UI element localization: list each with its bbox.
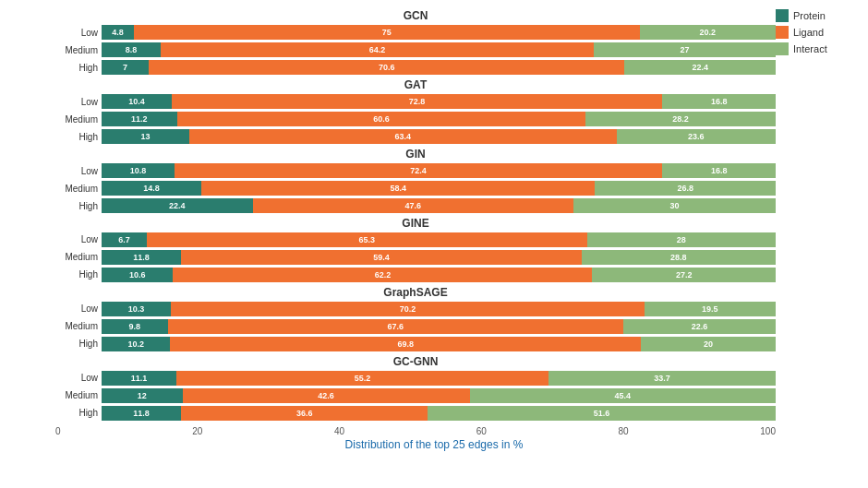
- legend-ligand: Ligand: [776, 26, 859, 39]
- interact-segment: 28.8: [582, 250, 776, 265]
- interact-segment: 22.4: [624, 60, 776, 75]
- row-label: Medium: [55, 45, 102, 55]
- group-title: GINE: [55, 217, 776, 230]
- bar-track: 10.662.227.2: [102, 268, 776, 282]
- group-title: GAT: [55, 78, 776, 91]
- ligand-segment: 55.2: [176, 371, 549, 386]
- interact-segment: 51.6: [428, 406, 776, 421]
- group-gc-gnn: GC-GNNLow11.155.233.7Medium1242.645.4Hig…: [55, 355, 776, 422]
- ligand-segment: 65.3: [147, 232, 587, 247]
- row-label: Low: [55, 373, 102, 383]
- row-label: Medium: [55, 114, 102, 125]
- ligand-segment: 72.8: [172, 94, 662, 109]
- protein-segment: 10.2: [102, 337, 170, 351]
- interact-segment: 16.8: [662, 94, 776, 109]
- groups-wrapper: GCNLow4.87520.2Medium8.864.227High770.62…: [55, 9, 776, 423]
- bar-row: High10.662.227.2: [55, 267, 776, 283]
- bar-row: Medium11.260.628.2: [55, 111, 776, 127]
- ligand-segment: 70.6: [149, 60, 624, 75]
- protein-segment: 10.4: [102, 94, 172, 109]
- interact-segment: 45.4: [470, 388, 776, 403]
- bar-track: 4.87520.2: [102, 25, 776, 40]
- legend-protein: Protein: [776, 9, 859, 22]
- group-title: GraphSAGE: [55, 286, 776, 299]
- ligand-segment: 70.2: [171, 302, 644, 316]
- protein-segment: 10.3: [102, 302, 171, 316]
- group-title: GCN: [55, 9, 776, 22]
- protein-segment: 4.8: [102, 25, 134, 40]
- bar-row: Low6.765.328: [55, 232, 776, 248]
- bar-row: High770.622.4: [55, 59, 776, 76]
- chart-container: Protein Ligand Interact GCNLow4.87520.2M…: [0, 0, 868, 488]
- bar-row: Medium14.858.426.8: [55, 180, 776, 196]
- legend-interact-label: Interact: [793, 43, 827, 54]
- x-axis: 0 20 40 60 80 100: [55, 426, 776, 436]
- protein-segment: 11.8: [102, 406, 181, 421]
- row-label: High: [55, 63, 102, 73]
- ligand-segment: 47.6: [253, 198, 573, 213]
- row-label: Medium: [55, 184, 102, 194]
- bar-row: High22.447.630: [55, 197, 776, 214]
- bar-row: High11.836.651.6: [55, 405, 776, 422]
- interact-segment: 28: [587, 232, 776, 247]
- interact-swatch: [776, 42, 789, 55]
- bar-row: Medium9.867.622.6: [55, 318, 776, 335]
- protein-segment: 10.8: [102, 163, 175, 178]
- interact-segment: 30: [573, 198, 776, 213]
- bar-track: 14.858.426.8: [102, 181, 776, 196]
- bar-row: Low10.370.219.5: [55, 301, 776, 317]
- bar-track: 10.472.816.8: [102, 94, 776, 109]
- group-gcn: GCNLow4.87520.2Medium8.864.227High770.62…: [55, 9, 776, 76]
- legend: Protein Ligand Interact: [776, 9, 859, 55]
- interact-segment: 27: [594, 42, 776, 57]
- ligand-segment: 67.6: [168, 319, 623, 334]
- bar-track: 10.872.416.8: [102, 163, 776, 178]
- protein-segment: 8.8: [102, 42, 161, 57]
- bar-row: Low4.87520.2: [55, 24, 776, 41]
- row-label: High: [55, 201, 102, 211]
- row-label: High: [55, 269, 102, 280]
- bar-row: Medium8.864.227: [55, 42, 776, 58]
- legend-protein-label: Protein: [793, 10, 826, 21]
- group-graphsage: GraphSAGELow10.370.219.5Medium9.867.622.…: [55, 286, 776, 352]
- bar-row: High10.269.820: [55, 336, 776, 352]
- ligand-segment: 64.2: [161, 42, 594, 57]
- ligand-segment: 59.4: [181, 250, 582, 265]
- x-axis-title: Distribution of the top 25 edges in %: [0, 438, 868, 451]
- bar-track: 6.765.328: [102, 232, 776, 247]
- bar-track: 10.370.219.5: [102, 302, 776, 316]
- interact-segment: 33.7: [549, 371, 776, 386]
- protein-segment: 9.8: [102, 319, 168, 334]
- protein-swatch: [776, 9, 789, 22]
- ligand-segment: 42.6: [183, 388, 470, 403]
- bar-track: 11.155.233.7: [102, 371, 776, 386]
- row-label: Medium: [55, 252, 102, 262]
- row-label: Medium: [55, 321, 102, 331]
- bar-row: Low10.872.416.8: [55, 162, 776, 179]
- protein-segment: 13: [102, 129, 189, 144]
- bar-row: High1363.423.6: [55, 128, 776, 145]
- interact-segment: 20.2: [640, 25, 776, 40]
- bar-row: Medium1242.645.4: [55, 387, 776, 404]
- bar-row: Medium11.859.428.8: [55, 249, 776, 266]
- group-gin: GINLow10.872.416.8Medium14.858.426.8High…: [55, 148, 776, 214]
- ligand-segment: 72.4: [175, 163, 663, 178]
- group-gine: GINELow6.765.328Medium11.859.428.8High10…: [55, 217, 776, 283]
- protein-segment: 11.8: [102, 250, 181, 265]
- bar-track: 9.867.622.6: [102, 319, 776, 334]
- row-label: Low: [55, 28, 102, 38]
- row-label: Low: [55, 166, 102, 176]
- ligand-segment: 63.4: [189, 129, 617, 144]
- legend-interact: Interact: [776, 42, 859, 55]
- row-label: Medium: [55, 390, 102, 400]
- group-title: GC-GNN: [55, 355, 776, 368]
- interact-segment: 19.5: [645, 302, 776, 316]
- bar-track: 11.836.651.6: [102, 406, 776, 421]
- ligand-segment: 62.2: [173, 268, 592, 282]
- bar-row: Low10.472.816.8: [55, 93, 776, 110]
- interact-segment: 16.8: [662, 163, 776, 178]
- bar-track: 10.269.820: [102, 337, 776, 351]
- interact-segment: 28.2: [585, 112, 776, 126]
- protein-segment: 14.8: [102, 181, 201, 196]
- protein-segment: 22.4: [102, 198, 253, 213]
